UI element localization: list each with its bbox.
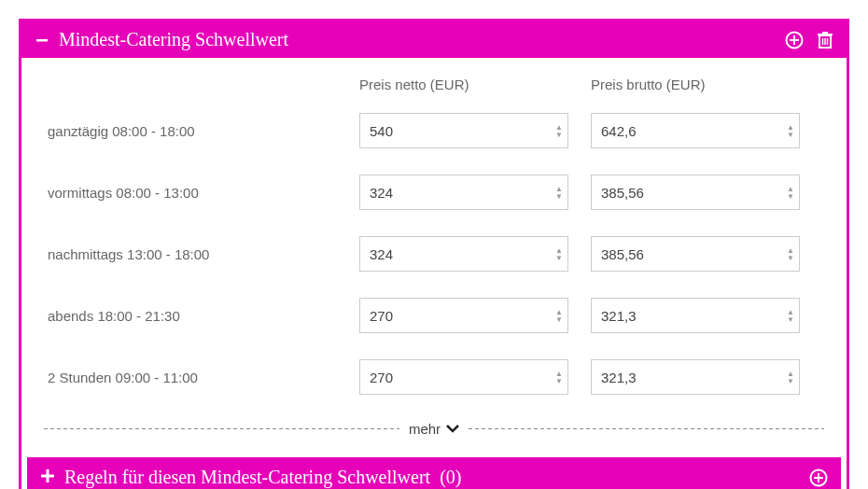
row-label: vormittags 08:00 - 13:00 (48, 185, 337, 201)
netto-input[interactable] (359, 175, 568, 210)
svg-rect-0 (36, 39, 48, 42)
brutto-input-wrap: ▲▼ (591, 175, 800, 210)
spinner-icon[interactable]: ▲▼ (555, 309, 563, 323)
brutto-input[interactable] (591, 236, 800, 272)
row-label: nachmittags 13:00 - 18:00 (48, 246, 337, 262)
spinner-icon[interactable]: ▲▼ (555, 370, 563, 384)
more-row: mehr (44, 421, 824, 437)
brutto-input[interactable] (591, 359, 800, 395)
spinner-icon[interactable]: ▲▼ (787, 370, 794, 384)
netto-input[interactable] (359, 359, 568, 395)
netto-input[interactable] (359, 298, 568, 333)
rules-title: Regeln für diesen Mindest-Catering Schwe… (64, 467, 430, 488)
panel-title: Mindest-Catering Schwellwert (59, 29, 288, 50)
price-row: nachmittags 13:00 - 18:00▲▼▲▼ (48, 236, 820, 272)
more-label: mehr (409, 421, 441, 437)
row-label: abends 18:00 - 21:30 (48, 308, 337, 324)
spinner-icon[interactable]: ▲▼ (787, 186, 794, 200)
divider-right (469, 428, 824, 429)
brutto-input[interactable] (591, 298, 800, 333)
chevron-down-icon (446, 421, 459, 437)
panel-header-actions (785, 31, 833, 49)
spinner-icon[interactable]: ▲▼ (555, 186, 563, 200)
brutto-input[interactable] (591, 175, 800, 210)
svg-rect-5 (818, 34, 833, 35)
row-label: ganztägig 08:00 - 18:00 (48, 123, 337, 139)
netto-input-wrap: ▲▼ (359, 175, 568, 210)
header-netto: Preis netto (EUR) (359, 77, 568, 92)
spinner-icon[interactable]: ▲▼ (787, 124, 794, 138)
svg-rect-6 (822, 32, 828, 34)
price-row: 2 Stunden 09:00 - 11:00▲▼▲▼ (48, 359, 820, 395)
trash-icon[interactable] (817, 31, 833, 49)
brutto-input-wrap: ▲▼ (591, 113, 800, 148)
divider-left (44, 428, 399, 429)
netto-input-wrap: ▲▼ (359, 236, 568, 272)
price-row: vormittags 08:00 - 13:00▲▼▲▼ (48, 175, 820, 210)
rules-bar-left: Regeln für diesen Mindest-Catering Schwe… (40, 467, 461, 488)
more-button[interactable]: mehr (409, 421, 459, 437)
brutto-input[interactable] (591, 113, 800, 148)
grid-header-row: Preis netto (EUR) Preis brutto (EUR) (48, 77, 820, 92)
panel-header-left: Mindest-Catering Schwellwert (35, 29, 288, 50)
price-grid: Preis netto (EUR) Preis brutto (EUR) gan… (48, 77, 820, 395)
netto-input-wrap: ▲▼ (359, 113, 568, 148)
threshold-panel: Mindest-Catering Schwellwert Preis netto… (19, 19, 849, 489)
spinner-icon[interactable]: ▲▼ (787, 247, 794, 261)
svg-rect-14 (814, 477, 823, 479)
header-brutto: Preis brutto (EUR) (591, 77, 800, 92)
spinner-icon[interactable]: ▲▼ (787, 309, 794, 323)
netto-input-wrap: ▲▼ (359, 359, 568, 395)
brutto-input-wrap: ▲▼ (591, 298, 800, 333)
plus-icon (40, 467, 55, 488)
svg-rect-3 (790, 39, 799, 41)
price-row: ganztägig 08:00 - 18:00▲▼▲▼ (48, 113, 820, 148)
panel-body: Preis netto (EUR) Preis brutto (EUR) gan… (21, 58, 847, 457)
spinner-icon[interactable]: ▲▼ (555, 247, 563, 261)
rules-bar[interactable]: Regeln für diesen Mindest-Catering Schwe… (27, 457, 841, 489)
price-row: abends 18:00 - 21:30▲▼▲▼ (48, 298, 820, 333)
brutto-input-wrap: ▲▼ (591, 236, 800, 272)
row-label: 2 Stunden 09:00 - 11:00 (48, 370, 337, 385)
brutto-input-wrap: ▲▼ (591, 359, 800, 395)
rules-count: (0) (440, 467, 461, 488)
add-icon[interactable] (785, 31, 804, 49)
collapse-icon[interactable] (35, 33, 49, 48)
spinner-icon[interactable]: ▲▼ (555, 124, 563, 138)
netto-input[interactable] (359, 113, 568, 148)
netto-input[interactable] (359, 236, 568, 272)
svg-rect-11 (41, 475, 54, 478)
add-rule-icon[interactable] (809, 468, 828, 487)
panel-header: Mindest-Catering Schwellwert (21, 21, 847, 58)
netto-input-wrap: ▲▼ (359, 298, 568, 333)
